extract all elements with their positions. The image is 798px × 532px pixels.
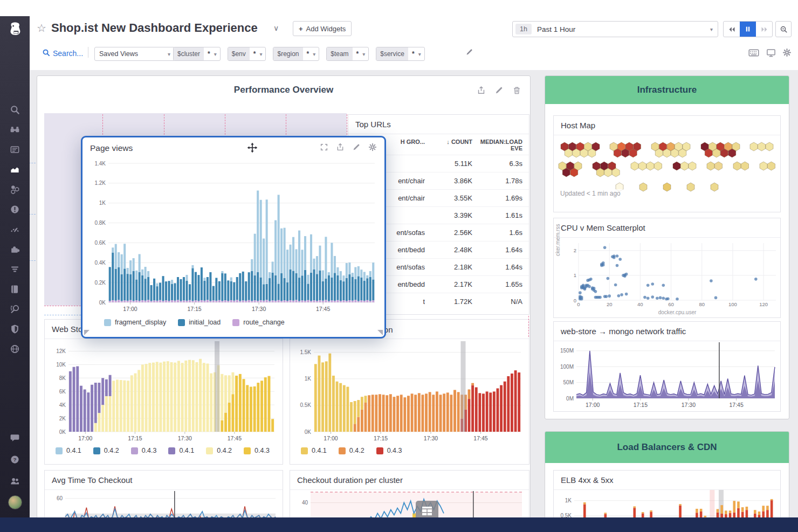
host-hexagon[interactable] — [709, 182, 720, 192]
sidebar-item-security[interactable] — [0, 319, 30, 339]
page-views-drag-overlay[interactable]: Page views 0K0.2K0.4K0.6K0.8K1K1.2K1.4K1… — [81, 136, 386, 338]
col-median[interactable]: MEDIAN:LOAD EVE — [472, 139, 522, 151]
sidebar-item-watchdog[interactable] — [0, 120, 30, 140]
host-hexagon-cluster[interactable] — [650, 142, 692, 158]
rewind-button[interactable] — [724, 22, 740, 37]
host-hexagon-cluster[interactable] — [609, 142, 642, 158]
time-range-selector[interactable]: 1h Past 1 Hour ▾ — [512, 21, 718, 37]
host-hexagon-cluster[interactable] — [630, 161, 663, 172]
legend-label: 0.4.2 — [104, 447, 119, 454]
cell-count: 2.56K — [425, 229, 472, 237]
svg-text:1K: 1K — [565, 498, 572, 503]
template-variable-cluster[interactable]: $cluster*▾ — [173, 47, 221, 61]
widget-gear-icon[interactable] — [368, 143, 377, 154]
group-performance-title: Performance Overview — [37, 76, 530, 104]
svg-text:40: 40 — [302, 500, 308, 506]
legend-item[interactable]: 0.4.3 — [376, 447, 402, 454]
sidebar-item-search[interactable] — [0, 100, 30, 120]
svg-text:17:15: 17:15 — [374, 435, 388, 441]
favorite-star-icon[interactable]: ☆ — [37, 22, 46, 34]
sidebar-item-metrics[interactable] — [0, 219, 30, 239]
zoom-out-button[interactable] — [775, 21, 792, 37]
conversion-chart[interactable]: 0K0.5K1K1.5K17:0017:1517:3017:45 — [292, 341, 526, 443]
legend-item[interactable]: 0.4.3 — [131, 447, 157, 454]
legend-swatch — [301, 447, 308, 454]
share-icon[interactable] — [477, 86, 486, 97]
resize-handle[interactable] — [377, 330, 383, 335]
legend-swatch — [232, 319, 239, 326]
sidebar-item-events[interactable] — [0, 140, 30, 160]
legend-item[interactable]: route_change — [232, 319, 284, 326]
host-hexagon[interactable] — [638, 182, 649, 192]
legend-label: 0.4.3 — [387, 447, 402, 454]
title-caret-icon[interactable]: ∨ — [273, 24, 279, 32]
sidebar-item-dashboards[interactable] — [0, 160, 30, 179]
host-hexagon-cluster[interactable] — [700, 142, 741, 158]
saved-views-select[interactable]: Saved Views ▾ — [94, 47, 175, 61]
svg-text:6K: 6K — [59, 389, 66, 395]
trash-icon[interactable] — [512, 86, 521, 97]
variable-name: $region — [273, 47, 302, 61]
sidebar-item-users[interactable] — [0, 470, 30, 492]
sidebar-item-monitors[interactable] — [0, 199, 30, 219]
sidebar-item-infrastructure[interactable] — [0, 179, 30, 199]
host-hexagon-cluster[interactable] — [560, 142, 601, 158]
cell-count: 3.86K — [425, 177, 472, 185]
legend-item[interactable]: fragment_display — [104, 319, 166, 326]
sidebar-item-integrations[interactable] — [0, 239, 30, 259]
sidebar-item-avatar[interactable] — [0, 492, 30, 513]
host-hexagon-cluster[interactable] — [558, 161, 583, 177]
host-hexagon-cluster[interactable] — [749, 142, 775, 153]
host-hexagon-cluster[interactable] — [672, 161, 698, 172]
search-icon[interactable] — [42, 49, 50, 59]
sidebar-item-network[interactable] — [0, 339, 30, 359]
edit-variables-pencil-icon[interactable] — [465, 48, 473, 58]
share-icon[interactable] — [336, 143, 345, 154]
variable-caret-icon: ▾ — [259, 51, 265, 57]
host-map-hexagons[interactable] — [554, 135, 780, 211]
sidebar-item-help[interactable]: ? — [0, 448, 30, 470]
legend-item[interactable]: 0.4.1 — [301, 447, 327, 454]
sidebar-item-apm[interactable] — [0, 259, 30, 279]
host-hexagon[interactable] — [662, 182, 672, 192]
edit-pencil-icon[interactable] — [494, 86, 504, 97]
scatter-chart[interactable]: 020406080100120012docker.cpu.user — [565, 239, 778, 315]
search-input[interactable]: Search... — [53, 49, 83, 58]
template-variable-team[interactable]: $team*▾ — [326, 47, 369, 61]
svg-text:0.4K: 0.4K — [94, 260, 106, 266]
host-hexagon[interactable] — [685, 182, 696, 192]
edit-pencil-icon[interactable] — [352, 143, 361, 154]
sidebar-item-logs[interactable] — [0, 279, 30, 299]
template-variable-env[interactable]: $env*▾ — [228, 47, 266, 61]
web-store-chart[interactable]: 0K2K4K6K8K10K12K17:0017:1517:3017:45 — [47, 341, 280, 443]
legend-item[interactable]: 0.4.2 — [339, 447, 364, 454]
legend-item[interactable]: 0.4.1 — [168, 447, 194, 454]
legend-item[interactable]: 0.4.3 — [244, 447, 270, 454]
legend-item[interactable]: 0.4.2 — [206, 447, 232, 454]
mongo-chart[interactable]: 0M50M100M150M17:0017:1517:3017:45 — [556, 342, 778, 409]
tv-mode-icon[interactable] — [766, 48, 776, 60]
legend-item[interactable]: 0.4.1 — [56, 447, 81, 454]
template-variable-service[interactable]: $service*▾ — [376, 47, 424, 61]
legend-item[interactable]: initial_load — [178, 319, 221, 326]
datadog-logo[interactable] — [0, 16, 30, 42]
svg-text:20: 20 — [607, 301, 613, 307]
forward-button[interactable] — [756, 22, 772, 37]
host-hexagon-cluster[interactable] — [591, 161, 621, 177]
host-hexagon-cluster[interactable] — [732, 161, 750, 172]
pause-button[interactable] — [740, 22, 756, 37]
col-count[interactable]: ↓ COUNT — [425, 139, 472, 151]
add-widgets-button[interactable]: + Add Widgets — [293, 21, 352, 36]
sidebar-item-ci[interactable] — [0, 299, 30, 319]
sidebar-item-chat[interactable] — [0, 427, 30, 448]
fullscreen-icon[interactable] — [320, 143, 328, 154]
keyboard-shortcuts-icon[interactable] — [748, 49, 759, 59]
page-views-chart[interactable]: 0K0.2K0.4K0.6K0.8K1K1.2K1.4K17:0017:1517… — [84, 160, 380, 313]
template-variable-region[interactable]: $region*▾ — [273, 47, 319, 61]
legend-item[interactable]: 0.4.2 — [93, 447, 119, 454]
settings-gear-icon[interactable] — [782, 48, 792, 59]
resize-handle[interactable] — [84, 330, 90, 335]
cell-median: N/A — [472, 298, 522, 306]
host-hexagon-cluster[interactable] — [706, 161, 724, 172]
host-hexagon-cluster[interactable] — [759, 161, 776, 172]
